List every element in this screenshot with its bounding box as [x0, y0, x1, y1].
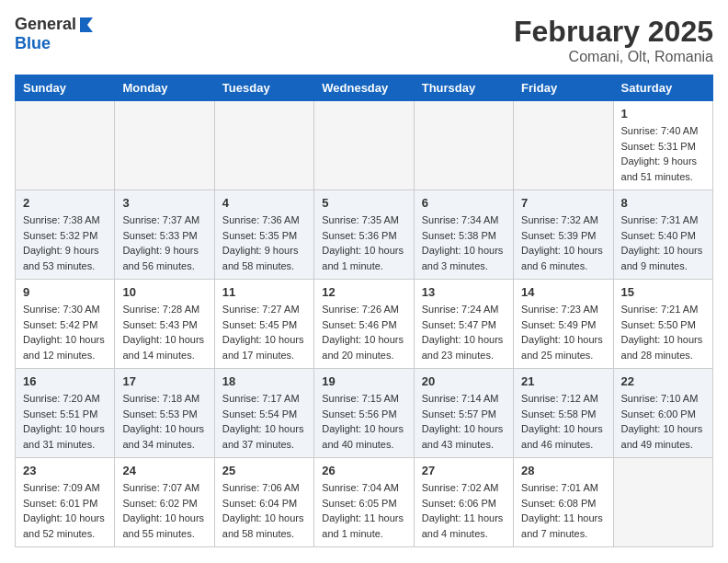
day-info: Sunrise: 7:06 AM Sunset: 6:04 PM Dayligh…: [222, 480, 306, 541]
calendar-cell: 21Sunrise: 7:12 AM Sunset: 5:58 PM Dayli…: [514, 369, 613, 458]
calendar-cell: 25Sunrise: 7:06 AM Sunset: 6:04 PM Dayli…: [214, 458, 313, 547]
calendar-cell: 13Sunrise: 7:24 AM Sunset: 5:47 PM Dayli…: [414, 280, 513, 369]
day-info: Sunrise: 7:02 AM Sunset: 6:06 PM Dayligh…: [422, 480, 506, 541]
day-number: 19: [322, 374, 405, 388]
calendar-cell: 28Sunrise: 7:01 AM Sunset: 6:08 PM Dayli…: [514, 458, 613, 547]
calendar-week-4: 16Sunrise: 7:20 AM Sunset: 5:51 PM Dayli…: [16, 369, 713, 458]
calendar-header-saturday: Saturday: [613, 75, 712, 101]
calendar-cell: 7Sunrise: 7:32 AM Sunset: 5:39 PM Daylig…: [514, 190, 613, 280]
svg-marker-0: [80, 17, 93, 32]
day-info: Sunrise: 7:17 AM Sunset: 5:54 PM Dayligh…: [222, 391, 306, 452]
day-info: Sunrise: 7:38 AM Sunset: 5:32 PM Dayligh…: [23, 213, 107, 273]
day-info: Sunrise: 7:28 AM Sunset: 5:43 PM Dayligh…: [122, 302, 206, 362]
day-number: 28: [521, 464, 605, 477]
day-number: 10: [122, 285, 206, 299]
day-info: Sunrise: 7:10 AM Sunset: 6:00 PM Dayligh…: [621, 391, 705, 452]
day-number: 11: [222, 285, 306, 299]
day-info: Sunrise: 7:26 AM Sunset: 5:46 PM Dayligh…: [322, 302, 405, 362]
day-info: Sunrise: 7:31 AM Sunset: 5:40 PM Dayligh…: [621, 213, 705, 273]
calendar-cell: 8Sunrise: 7:31 AM Sunset: 5:40 PM Daylig…: [613, 190, 712, 280]
calendar-cell: 1Sunrise: 7:40 AM Sunset: 5:31 PM Daylig…: [613, 101, 712, 190]
day-info: Sunrise: 7:14 AM Sunset: 5:57 PM Dayligh…: [422, 391, 506, 452]
title-area: February 2025 Comani, Olt, Romania: [514, 15, 713, 65]
day-number: 25: [222, 464, 306, 477]
calendar-cell: 4Sunrise: 7:36 AM Sunset: 5:35 PM Daylig…: [214, 190, 313, 280]
calendar-cell: 11Sunrise: 7:27 AM Sunset: 5:45 PM Dayli…: [214, 280, 313, 369]
logo: General Blue: [15, 15, 95, 53]
calendar-cell: 3Sunrise: 7:37 AM Sunset: 5:33 PM Daylig…: [115, 190, 214, 280]
calendar-header-tuesday: Tuesday: [214, 75, 313, 101]
day-info: Sunrise: 7:12 AM Sunset: 5:58 PM Dayligh…: [521, 391, 605, 452]
day-number: 2: [23, 196, 107, 210]
day-info: Sunrise: 7:15 AM Sunset: 5:56 PM Dayligh…: [322, 391, 405, 452]
day-number: 22: [621, 374, 705, 388]
day-number: 4: [222, 196, 306, 210]
day-number: 23: [23, 464, 107, 477]
page-title: February 2025: [514, 15, 713, 49]
calendar-week-2: 2Sunrise: 7:38 AM Sunset: 5:32 PM Daylig…: [16, 190, 713, 280]
day-number: 27: [422, 464, 506, 477]
day-info: Sunrise: 7:09 AM Sunset: 6:01 PM Dayligh…: [23, 480, 107, 541]
calendar-cell: 12Sunrise: 7:26 AM Sunset: 5:46 PM Dayli…: [314, 280, 414, 369]
day-number: 9: [23, 285, 107, 299]
day-number: 5: [322, 196, 405, 210]
day-info: Sunrise: 7:01 AM Sunset: 6:08 PM Dayligh…: [521, 480, 605, 541]
day-info: Sunrise: 7:04 AM Sunset: 6:05 PM Dayligh…: [322, 480, 405, 541]
calendar-cell: 6Sunrise: 7:34 AM Sunset: 5:38 PM Daylig…: [414, 190, 513, 280]
day-number: 1: [621, 107, 705, 121]
day-info: Sunrise: 7:34 AM Sunset: 5:38 PM Dayligh…: [422, 213, 506, 273]
calendar-cell: 26Sunrise: 7:04 AM Sunset: 6:05 PM Dayli…: [314, 458, 414, 547]
day-number: 15: [621, 285, 705, 299]
day-info: Sunrise: 7:30 AM Sunset: 5:42 PM Dayligh…: [23, 302, 107, 362]
day-info: Sunrise: 7:23 AM Sunset: 5:49 PM Dayligh…: [521, 302, 605, 362]
day-info: Sunrise: 7:21 AM Sunset: 5:50 PM Dayligh…: [621, 302, 705, 362]
calendar-cell: [514, 101, 613, 190]
day-number: 12: [322, 285, 405, 299]
calendar-cell: [314, 101, 414, 190]
day-info: Sunrise: 7:07 AM Sunset: 6:02 PM Dayligh…: [122, 480, 206, 541]
day-number: 18: [222, 374, 306, 388]
header: General Blue February 2025 Comani, Olt, …: [15, 15, 713, 65]
calendar-cell: 23Sunrise: 7:09 AM Sunset: 6:01 PM Dayli…: [16, 458, 115, 547]
day-info: Sunrise: 7:27 AM Sunset: 5:45 PM Dayligh…: [222, 302, 306, 362]
calendar-cell: 16Sunrise: 7:20 AM Sunset: 5:51 PM Dayli…: [16, 369, 115, 458]
day-number: 7: [521, 196, 605, 210]
calendar-week-5: 23Sunrise: 7:09 AM Sunset: 6:01 PM Dayli…: [16, 458, 713, 547]
calendar-cell: 17Sunrise: 7:18 AM Sunset: 5:53 PM Dayli…: [115, 369, 214, 458]
calendar-cell: [115, 101, 214, 190]
logo-flag-icon: [78, 16, 95, 32]
calendar-cell: 5Sunrise: 7:35 AM Sunset: 5:36 PM Daylig…: [314, 190, 414, 280]
day-info: Sunrise: 7:32 AM Sunset: 5:39 PM Dayligh…: [521, 213, 605, 273]
day-number: 16: [23, 374, 107, 388]
day-info: Sunrise: 7:35 AM Sunset: 5:36 PM Dayligh…: [322, 213, 405, 273]
day-info: Sunrise: 7:18 AM Sunset: 5:53 PM Dayligh…: [122, 391, 206, 452]
calendar-cell: [16, 101, 115, 190]
calendar-cell: 20Sunrise: 7:14 AM Sunset: 5:57 PM Dayli…: [414, 369, 513, 458]
calendar-cell: 19Sunrise: 7:15 AM Sunset: 5:56 PM Dayli…: [314, 369, 414, 458]
day-info: Sunrise: 7:36 AM Sunset: 5:35 PM Dayligh…: [222, 213, 306, 273]
calendar-cell: [414, 101, 513, 190]
calendar-cell: 15Sunrise: 7:21 AM Sunset: 5:50 PM Dayli…: [613, 280, 712, 369]
calendar-cell: 18Sunrise: 7:17 AM Sunset: 5:54 PM Dayli…: [214, 369, 313, 458]
calendar-header-sunday: Sunday: [16, 75, 115, 101]
day-number: 20: [422, 374, 506, 388]
calendar-header-friday: Friday: [514, 75, 613, 101]
day-number: 17: [122, 374, 206, 388]
day-number: 24: [122, 464, 206, 477]
calendar-table: SundayMondayTuesdayWednesdayThursdayFrid…: [15, 75, 713, 547]
day-number: 13: [422, 285, 506, 299]
calendar-header-row: SundayMondayTuesdayWednesdayThursdayFrid…: [16, 75, 713, 101]
day-number: 6: [422, 196, 506, 210]
calendar-cell: [613, 458, 712, 547]
logo-general-text: General: [15, 15, 76, 34]
calendar-header-monday: Monday: [115, 75, 214, 101]
calendar-cell: 9Sunrise: 7:30 AM Sunset: 5:42 PM Daylig…: [16, 280, 115, 369]
calendar-cell: [214, 101, 313, 190]
day-info: Sunrise: 7:37 AM Sunset: 5:33 PM Dayligh…: [122, 213, 206, 273]
day-number: 3: [122, 196, 206, 210]
calendar-header-thursday: Thursday: [414, 75, 513, 101]
calendar-cell: 10Sunrise: 7:28 AM Sunset: 5:43 PM Dayli…: [115, 280, 214, 369]
calendar-week-1: 1Sunrise: 7:40 AM Sunset: 5:31 PM Daylig…: [16, 101, 713, 190]
day-number: 14: [521, 285, 605, 299]
calendar-header-wednesday: Wednesday: [314, 75, 414, 101]
